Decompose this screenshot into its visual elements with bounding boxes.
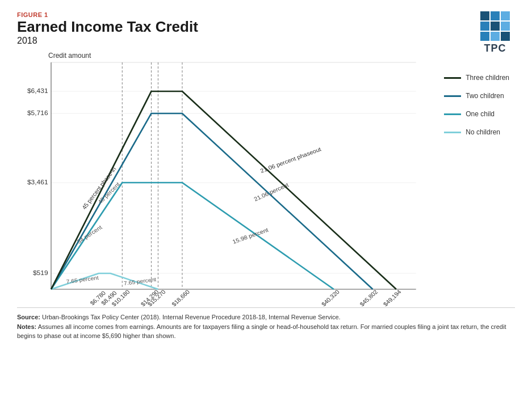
source-text: Urban-Brookings Tax Policy Center (2018)… [40,314,341,320]
legend: Three children Two children One child No… [444,74,509,136]
chart-area: $6,431 $5,716 $3,461 $519 $6,780 [17,62,515,301]
notes-label: Notes: [17,323,36,330]
three-children-line [51,91,396,289]
tpc-cell [491,32,500,41]
tpc-cell [501,22,510,31]
notes-line: Notes: Assumes all income comes from ear… [17,322,515,341]
legend-label-three-children: Three children [466,74,509,82]
tpc-cell [480,32,489,41]
tpc-cell [491,22,500,31]
legend-line-no-children [444,132,461,133]
tpc-logo-grid [480,11,510,41]
source-line: Source: Urban-Brookings Tax Policy Cente… [17,312,515,322]
legend-line-one-child [444,113,461,115]
legend-label-one-child: One child [466,110,495,118]
tpc-cell [501,11,510,20]
legend-line-three-children [444,77,461,79]
svg-text:$3,461: $3,461 [27,179,48,185]
header-area: FIGURE 1 Earned Income Tax Credit 2018 T… [17,11,515,46]
source-label: Source: [17,314,40,320]
svg-text:$40,320: $40,320 [320,289,341,307]
legend-item-one-child: One child [444,110,509,118]
svg-text:$49,194: $49,194 [382,289,403,307]
annotation-2106-pct: 21.06 percent [253,182,290,202]
figure-label: FIGURE 1 [17,11,198,18]
legend-item-three-children: Three children [444,74,509,82]
page-container: FIGURE 1 Earned Income Tax Credit 2018 T… [0,0,532,397]
legend-label-no-children: No children [466,128,500,136]
svg-text:$18,660: $18,660 [170,289,191,307]
legend-item-two-children: Two children [444,92,509,100]
tpc-logo-text: TPC [484,43,506,54]
tpc-cell [491,11,500,20]
annotation-765-pct-right: 7.65 percent [123,276,157,286]
chart-title: Earned Income Tax Credit [17,18,198,36]
annotation-765-pct-left: 7.65 percent [66,274,99,285]
legend-item-no-children: No children [444,128,509,136]
title-block: FIGURE 1 Earned Income Tax Credit 2018 [17,11,198,46]
svg-text:$519: $519 [33,270,48,276]
tpc-logo: TPC [475,11,515,43]
notes-text: Assumes all income comes from earnings. … [17,323,506,340]
legend-label-two-children: Two children [466,92,504,100]
svg-text:$6,431: $6,431 [27,88,48,94]
tpc-cell [501,32,510,41]
annotation-1598-pct: 15.98 percent [232,227,269,245]
chart-canvas: $6,431 $5,716 $3,461 $519 $6,780 [51,62,515,301]
annotation-34-pct: 34 percent [76,224,103,244]
notes-area: Source: Urban-Brookings Tax Policy Cente… [17,307,515,341]
svg-text:$5,716: $5,716 [27,110,48,116]
chart-year: 2018 [17,36,198,46]
tpc-cell [480,22,489,31]
legend-line-two-children [444,95,461,97]
svg-text:$45,802: $45,802 [359,289,379,307]
y-axis-label: Credit amount [48,52,515,60]
annotation-2106-phaseout: 21.06 percent phaseout [259,146,322,174]
chart-inner: $6,431 $5,716 $3,461 $519 $6,780 [17,62,515,301]
tpc-cell [480,11,489,20]
